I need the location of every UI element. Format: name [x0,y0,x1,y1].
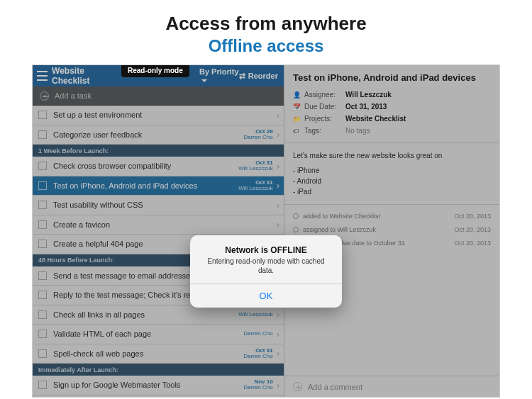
sort-by-priority[interactable]: By Priority [199,67,239,84]
task-row[interactable]: Validate HTML of each pageDarren Cho› [33,325,284,344]
shuffle-icon: ⇄ [239,72,245,80]
task-label: Sign up for Google Webmaster Tools [53,381,243,389]
desc-item: - iPhone [293,165,491,176]
history-date: Oct 20, 2013 [454,213,491,220]
due-label: Due Date: [304,103,345,111]
task-assignee: Darren Cho [243,331,272,337]
checkbox[interactable] [38,240,47,248]
chevron-down-icon [201,79,207,82]
history-icon [293,213,299,219]
task-label: Test on iPhone, Android and iPad devices [53,181,238,190]
task-list-pane: Website Checklist Read-only mode By Prio… [33,65,284,397]
history-row: assigned to Will LeszczukOct 20, 2013 [293,223,491,236]
task-label: Set up a test environment [53,111,273,119]
assignee-value[interactable]: Will Leszczuk [345,91,392,99]
section-header: Immediately After Launch: [33,364,284,376]
history-date: Oct 20, 2013 [454,226,491,233]
detail-pane: Test on iPhone, Android and iPad devices… [284,65,499,397]
history-date: Oct 20, 2013 [454,240,491,247]
section-header: 1 Week Before Launch: [33,145,284,157]
task-row[interactable]: Check cross browser compatibilityOct 31W… [33,157,284,176]
readonly-badge: Read-only mode [121,65,189,77]
task-label: Check all links in all pages [53,310,238,319]
plus-icon [293,382,302,391]
modal-body: Entering read-only mode with cached data… [190,257,342,283]
task-meta: Oct 31Darren Cho [243,348,272,359]
checkbox[interactable] [38,310,47,319]
projects-label: Projects: [304,115,345,123]
chevron-right-icon: › [277,348,279,359]
history-row: added to Website ChecklistOct 20, 2013 [293,209,491,223]
topbar: Website Checklist Read-only mode By Prio… [33,65,284,86]
task-assignee: Will Leszczuk [238,312,272,317]
task-assignee: Darren Cho [243,354,272,359]
task-label: Create a favicon [53,220,273,229]
projects-value[interactable]: Website Checklist [345,115,406,123]
chevron-right-icon: › [277,180,279,191]
task-row[interactable]: Create a favicon› [33,215,284,235]
task-row[interactable]: Sign up for Google Webmaster ToolsNov 10… [33,376,284,395]
heading-line2: Offline access [0,36,532,56]
detail-title: Test on iPhone, Android and iPad devices [284,65,499,89]
task-row[interactable]: Sign up for uptime monitoringNov 10Darre… [33,395,284,398]
checkbox[interactable] [38,220,47,229]
checkbox[interactable] [38,271,47,280]
task-meta: Oct 31Will Leszczuk [238,180,272,191]
heading-line1: Access from anywhere [0,13,532,35]
task-assignee: Darren Cho [243,385,272,390]
task-meta: Oct 29Darren Cho [243,129,272,140]
assignee-label: Assignee: [304,91,345,99]
chevron-right-icon: › [277,219,279,230]
task-row[interactable]: Test usability without CSS› [33,196,284,215]
chevron-right-icon: › [277,380,279,390]
history-text: added to Website Checklist [303,213,454,220]
history-text: assigned to Will Leszczuk [303,226,454,233]
person-icon: 👤 [293,91,300,99]
add-comment-row[interactable]: Add a comment [284,376,499,397]
task-meta: Oct 31Will Leszczuk [238,160,272,172]
history-icon [293,227,299,232]
checkbox[interactable] [38,330,47,338]
task-row[interactable]: Check all links in all pagesWill Leszczu… [33,305,284,325]
task-meta: Nov 10Darren Cho [243,379,272,390]
task-row[interactable]: Spell-check all web pagesOct 31Darren Ch… [33,344,284,364]
task-label: Check cross browser compatibility [53,162,238,170]
chevron-right-icon: › [277,200,279,210]
task-label: Validate HTML of each page [53,330,243,338]
chevron-right-icon: › [277,129,279,140]
menu-icon[interactable] [37,71,48,81]
tags-value[interactable]: No tags [345,127,370,135]
desc-intro: Let's make sure the new website looks gr… [293,150,491,161]
modal-ok-button[interactable]: OK [190,283,342,308]
task-row[interactable]: Test on iPhone, Android and iPad devices… [33,176,284,196]
checkbox[interactable] [38,201,47,209]
task-meta: Will Leszczuk [238,312,272,317]
task-assignee: Will Leszczuk [238,186,272,191]
description[interactable]: Let's make sure the new website looks gr… [284,143,499,205]
app-frame: Website Checklist Read-only mode By Prio… [32,64,500,398]
calendar-icon: 📅 [293,103,300,111]
checkbox[interactable] [38,162,47,170]
folder-icon: 📁 [293,116,300,123]
task-row[interactable]: Categorize user feedbackOct 29Darren Cho… [33,125,284,145]
task-label: Spell-check all web pages [53,349,243,358]
reorder-button[interactable]: ⇄Reorder [239,72,278,81]
checkbox[interactable] [38,291,47,299]
chevron-right-icon: › [277,309,279,320]
task-row[interactable]: Set up a test environment› [33,106,284,125]
checkbox[interactable] [38,130,47,139]
checkbox[interactable] [38,349,47,358]
task-label: Categorize user feedback [53,130,243,139]
checkbox[interactable] [38,181,47,190]
modal-title: Network is OFFLINE [190,235,342,257]
list-title[interactable]: Website Checklist [52,66,113,86]
due-value[interactable]: Oct 31, 2013 [345,103,387,111]
add-comment-label: Add a comment [308,383,362,391]
add-task-row[interactable]: Add a task [33,86,284,106]
chevron-right-icon: › [277,329,279,339]
checkbox[interactable] [38,381,47,389]
task-meta: Darren Cho [243,331,272,337]
checkbox[interactable] [38,111,47,119]
task-assignee: Will Leszczuk [238,166,272,172]
add-task-label: Add a task [55,91,92,100]
